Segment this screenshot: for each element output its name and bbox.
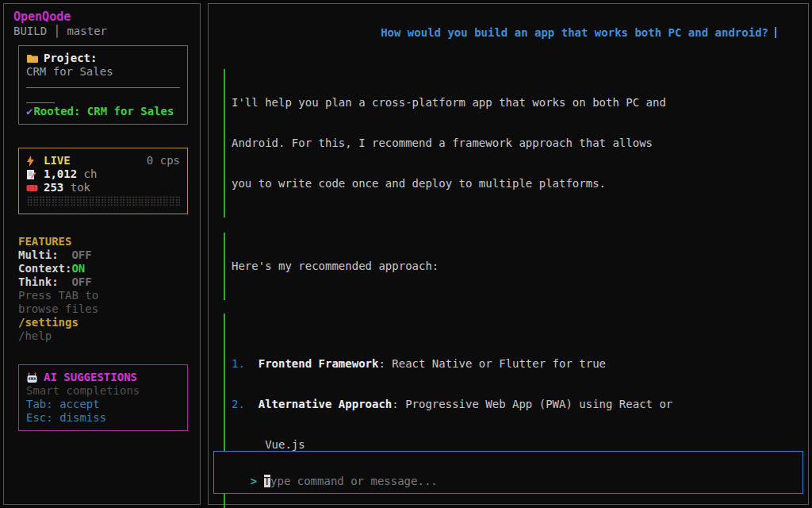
sidebar: OpenQode BUILD │ master Project: CRM for…: [3, 3, 201, 505]
assistant-message-approach: Here's my recommended approach:: [224, 233, 797, 300]
features-heading: FEATURES: [18, 235, 188, 248]
project-box: Project: CRM for Sales ✔ Rooted: CRM for…: [18, 45, 188, 125]
tab-accept-hint: Tab: accept: [26, 398, 180, 411]
feature-multi-value[interactable]: OFF: [71, 248, 91, 262]
token-unit: tok: [63, 181, 90, 194]
rooted-status: Rooted: CRM for Sales: [33, 105, 174, 118]
live-label: LIVE: [44, 154, 71, 167]
ticket-icon: [26, 183, 40, 194]
tab-hint-line1: Press TAB to: [18, 289, 188, 302]
divider: [26, 87, 180, 88]
settings-command[interactable]: /settings: [18, 316, 188, 329]
check-icon: ✔: [26, 105, 33, 118]
tab-hint-line2: browse files: [18, 302, 188, 316]
list-item: 1.Frontend Framework: React Native or Fl…: [232, 357, 797, 371]
build-branch-status: BUILD │ master: [13, 24, 190, 38]
live-stats-box: LIVE 0 cps 1,012 ch 253 tok ⣿⣿⣿⣿⣿⣿⣿⣿⣿⣿⣿⣿…: [18, 148, 188, 214]
activity-sparkline: ⣿⣿⣿⣿⣿⣿⣿⣿⣿⣿⣿⣿⣿⣿⣿⣿⣿⣿⣿⣿⣿⣿⣿⣿⣿⣿⣿⣿…: [26, 194, 180, 208]
text-cursor: [775, 27, 776, 38]
features-section: FEATURES Multi:OFF Context:ON Think:OFF …: [18, 235, 188, 343]
help-command[interactable]: /help: [18, 329, 188, 343]
user-question: How would you build an app that works bo…: [220, 13, 797, 53]
ai-suggestions-subtitle: Smart completions: [26, 384, 180, 398]
input-placeholder: ype command or message...: [270, 475, 438, 487]
prompt-symbol: >: [251, 475, 257, 487]
folder-icon: [26, 53, 40, 64]
lightning-icon: [26, 156, 40, 167]
list-item-wrap: Vue.js: [232, 438, 797, 452]
project-label: Project:: [44, 52, 97, 65]
project-name: CRM for Sales: [26, 65, 180, 79]
command-input[interactable]: > Type command or message...: [213, 451, 803, 494]
ai-suggestions-title: AI SUGGESTIONS: [44, 371, 137, 384]
cps-counter: 0 cps: [147, 154, 180, 167]
list-item: 2.Alternative Approach: Progressive Web …: [232, 398, 797, 411]
feature-context: Context:ON: [18, 262, 188, 275]
assistant-message-intro: I'll help you plan a cross-platform app …: [224, 69, 797, 217]
char-count: 1,012: [44, 167, 77, 181]
ai-suggestions-box: AI SUGGESTIONS Smart completions Tab: ac…: [18, 364, 188, 431]
char-unit: ch: [77, 167, 97, 181]
esc-dismiss-hint: Esc: dismiss: [26, 411, 180, 425]
feature-think: Think:OFF: [18, 275, 188, 289]
feature-multi: Multi:OFF: [18, 248, 188, 262]
robot-icon: [26, 372, 40, 383]
feature-context-value[interactable]: ON: [71, 262, 85, 275]
chat-panel[interactable]: How would you build an app that works bo…: [208, 3, 809, 505]
input-cursor: T: [264, 475, 270, 487]
divider-short: [26, 102, 55, 103]
app-title: OpenQode: [13, 10, 190, 24]
memo-icon: [26, 169, 40, 180]
token-count: 253: [44, 181, 63, 194]
feature-think-value[interactable]: OFF: [71, 275, 91, 289]
